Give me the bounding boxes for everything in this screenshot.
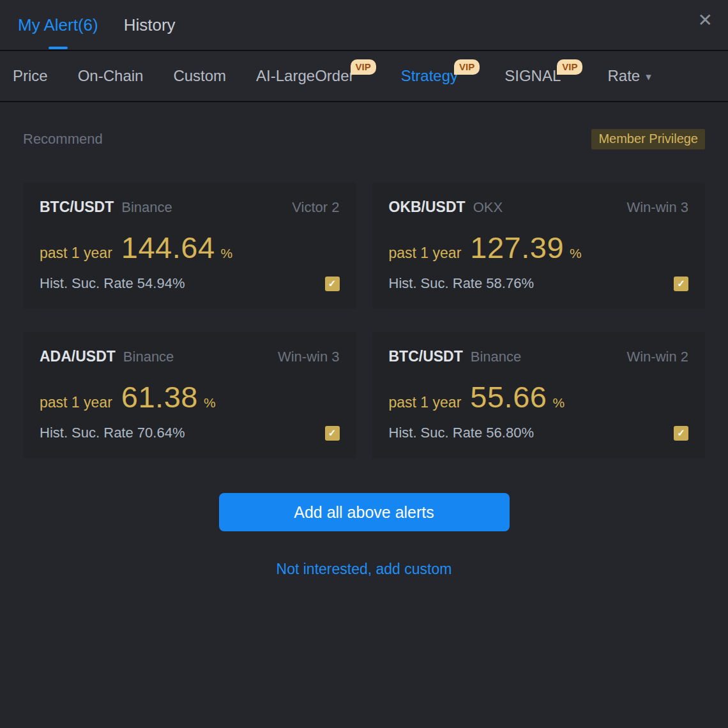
strategy-card: OKB/USDT OKX Win-win 3 past 1 year 127.3… [372,183,706,309]
nav-item-custom-label: Custom [173,67,226,85]
recommend-label: Recommend [23,131,103,148]
nav-item-on-chain[interactable]: On-Chain [78,67,144,85]
tab-my-alert-label: My Alert(6) [18,15,98,35]
nav-item-custom[interactable]: Custom [173,67,226,85]
period-label: past 1 year [389,394,462,411]
tab-history-label: History [124,15,176,35]
period-label: past 1 year [40,245,112,262]
alert-modal: My Alert(6) History ✕ Price On-Chain Cus… [0,0,728,728]
modal-header: My Alert(6) History ✕ [0,0,728,51]
pair-label: OKB/USDT [389,199,466,216]
strategy-name: Win-win 2 [626,349,688,365]
nav-item-strategy[interactable]: Strategy VIP [401,67,475,85]
percent-sign: % [552,395,565,411]
nav-item-price[interactable]: Price [13,67,48,85]
vip-badge: VIP [557,59,582,75]
card-checkbox[interactable]: ✓ [674,426,688,441]
add-all-alerts-button[interactable]: Add all above alerts [219,493,510,531]
strategy-card: BTC/USDT Binance Victor 2 past 1 year 14… [23,183,356,309]
pair-label: BTC/USDT [389,348,463,365]
nav-item-signal[interactable]: SIGNAL VIP [504,67,577,85]
percent-sign: % [570,246,582,261]
nav-item-ai-largeorder[interactable]: AI-LargeOrder VIP [256,67,371,85]
close-icon[interactable]: ✕ [698,11,713,29]
card-checkbox[interactable]: ✓ [325,277,340,291]
return-value: 144.64 [121,230,215,265]
vip-badge: VIP [351,59,376,75]
nav-item-strategy-label: Strategy [401,67,458,85]
return-value: 55.66 [470,379,547,414]
nav-item-rate[interactable]: Rate ▾ [607,67,651,85]
exchange-label: OKX [473,199,503,216]
period-label: past 1 year [389,245,462,262]
card-checkbox[interactable]: ✓ [325,426,340,441]
exchange-label: Binance [121,199,172,216]
active-tab-underline [49,47,68,49]
exchange-label: Binance [123,349,174,365]
nav-item-signal-label: SIGNAL [504,67,561,85]
nav-item-rate-label: Rate [607,67,640,85]
strategy-card: BTC/USDT Binance Win-win 2 past 1 year 5… [372,332,706,459]
card-checkbox[interactable]: ✓ [674,277,688,291]
hist-success-rate: Hist. Suc. Rate 58.76% [389,275,534,292]
pair-label: BTC/USDT [40,199,114,216]
strategy-name: Win-win 3 [626,199,688,216]
recommend-card-grid: BTC/USDT Binance Victor 2 past 1 year 14… [23,183,705,459]
percent-sign: % [221,246,233,261]
hist-success-rate: Hist. Suc. Rate 70.64% [40,425,185,441]
strategy-name: Win-win 3 [278,349,340,365]
tab-my-alert[interactable]: My Alert(6) [18,0,98,50]
hist-success-rate: Hist. Suc. Rate 54.94% [40,275,185,292]
return-value: 61.38 [121,379,198,414]
strategy-name: Victor 2 [292,199,339,216]
recommend-row: Recommend Member Privilege [23,129,705,149]
strategy-card: ADA/USDT Binance Win-win 3 past 1 year 6… [23,332,356,459]
nav-item-on-chain-label: On-Chain [78,67,144,85]
chevron-down-icon: ▾ [646,70,651,84]
percent-sign: % [204,395,216,411]
member-privilege-badge[interactable]: Member Privilege [591,129,705,149]
pair-label: ADA/USDT [40,348,116,365]
exchange-label: Binance [471,349,522,365]
vip-badge: VIP [454,59,480,75]
tab-history[interactable]: History [124,0,176,50]
not-interested-link[interactable]: Not interested, add custom [0,561,728,578]
period-label: past 1 year [40,394,112,411]
nav-item-price-label: Price [13,67,48,85]
alert-type-nav: Price On-Chain Custom AI-LargeOrder VIP … [0,51,728,102]
return-value: 127.39 [470,230,564,265]
hist-success-rate: Hist. Suc. Rate 56.80% [389,425,534,441]
nav-item-ai-largeorder-label: AI-LargeOrder [256,67,354,85]
